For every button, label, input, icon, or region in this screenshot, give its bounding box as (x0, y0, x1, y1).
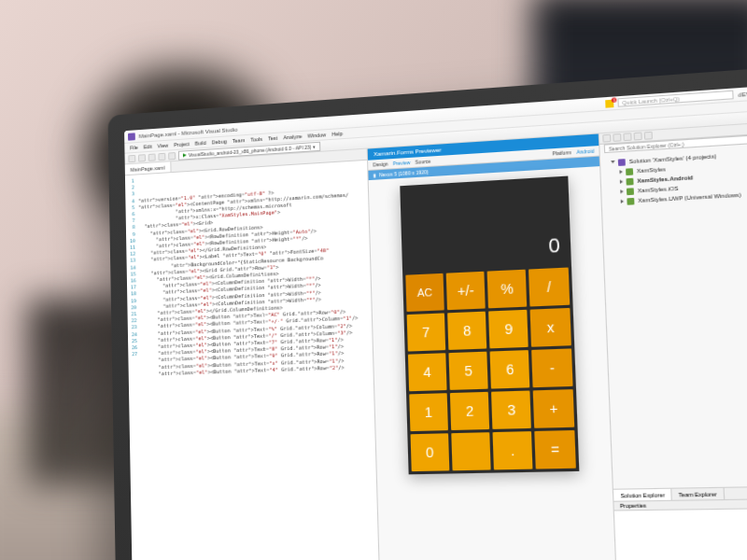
calc-key-0[interactable]: 0 (410, 433, 449, 471)
expand-icon (621, 189, 625, 193)
workspace: MainPage.xaml 12345678910111213141516171… (125, 120, 747, 560)
calc-key-6[interactable]: 6 (490, 350, 530, 389)
code-editor-pane: MainPage.xaml 12345678910111213141516171… (125, 149, 381, 560)
refresh-button[interactable] (613, 133, 622, 142)
tab-team-explorer[interactable]: Team Explorer (672, 488, 725, 500)
project-icon (627, 168, 634, 175)
calc-key-1[interactable]: 1 (409, 393, 448, 431)
calc-key-4[interactable]: 4 (408, 353, 447, 391)
calc-key-x[interactable]: x (530, 308, 571, 347)
calc-key-%[interactable]: % (487, 270, 528, 309)
phone-icon: ▮ (373, 170, 375, 179)
calc-key-=[interactable]: = (535, 430, 576, 469)
play-icon (183, 153, 187, 157)
properties-button[interactable] (644, 132, 653, 140)
previewer-pane: Xamarin.Forms Previewer Design Preview S… (368, 133, 618, 560)
collapse-button[interactable] (624, 133, 632, 141)
properties-panel: Properties (614, 497, 747, 560)
menu-edit[interactable]: Edit (144, 144, 152, 150)
calc-key-AC[interactable]: AC (405, 273, 444, 312)
chevron-down-icon: ▾ (313, 144, 316, 149)
project-icon (627, 188, 634, 195)
save-all-button[interactable] (158, 152, 165, 160)
tab-solution-explorer[interactable]: Solution Explorer (613, 489, 672, 501)
calc-key-9[interactable]: 9 (488, 310, 529, 349)
calculator-app: 0 AC+/-%/789x456-123+0.= (400, 176, 579, 475)
platform-dropdown[interactable]: Android (576, 147, 594, 154)
account-name[interactable]: dEVEgnostico Eyma (738, 88, 747, 98)
calc-key--[interactable]: - (532, 348, 573, 387)
previewer-tab-design[interactable]: Design (373, 161, 388, 167)
menu-debug[interactable]: Debug (212, 138, 227, 145)
save-button[interactable] (148, 153, 156, 161)
calc-key-5[interactable]: 5 (448, 352, 487, 390)
expand-icon (621, 200, 625, 203)
menu-window[interactable]: Window (307, 132, 326, 138)
previewer-tab-preview[interactable]: Preview (393, 160, 411, 166)
solution-tree: Solution 'XamStyles' (4 projects) XamSty… (600, 143, 747, 489)
calc-key-/[interactable]: / (529, 268, 569, 307)
previewer-tab-source[interactable]: Source (415, 159, 430, 165)
platform-label: Platform (552, 149, 571, 157)
visual-studio-icon (128, 133, 135, 140)
menu-test[interactable]: Test (268, 135, 277, 142)
properties-title: Properties (614, 499, 747, 511)
menu-analyze[interactable]: Analyze (283, 133, 302, 140)
menu-view[interactable]: View (158, 143, 169, 149)
notification-flag-icon[interactable] (605, 99, 613, 107)
menu-file[interactable]: File (130, 145, 138, 150)
home-button[interactable] (603, 134, 612, 143)
calc-key-7[interactable]: 7 (406, 313, 445, 351)
forward-button[interactable] (138, 154, 146, 161)
calculator-keypad: AC+/-%/789x456-123+0.= (402, 264, 579, 474)
calc-key-+[interactable]: + (533, 389, 574, 428)
calculator-display: 0 (400, 176, 571, 273)
calc-key-.[interactable]: . (493, 431, 533, 469)
menu-tools[interactable]: Tools (250, 136, 262, 143)
expand-icon (612, 160, 616, 165)
menu-project[interactable]: Project (174, 141, 190, 147)
menu-team[interactable]: Team (233, 137, 246, 144)
calc-key-3[interactable]: 3 (491, 390, 531, 428)
expand-icon (620, 170, 624, 174)
laptop-screen: MainPage.xaml - Microsoft Visual Studio … (124, 83, 747, 560)
undo-button[interactable] (168, 152, 176, 160)
laptop: MainPage.xaml - Microsoft Visual Studio … (107, 64, 747, 560)
calc-key-blank[interactable] (451, 432, 491, 470)
calc-key-+/-[interactable]: +/- (446, 272, 486, 310)
menu-help[interactable]: Help (331, 131, 343, 137)
show-all-button[interactable] (634, 132, 642, 140)
project-icon (627, 177, 634, 185)
solution-icon (618, 159, 626, 166)
calc-key-8[interactable]: 8 (447, 312, 486, 350)
project-icon (627, 197, 635, 204)
device-preview-frame: 0 AC+/-%/789x456-123+0.= (369, 166, 617, 560)
menu-build[interactable]: Build (195, 140, 206, 147)
solution-explorer-pane: Solution 'XamStyles' (4 projects) XamSty… (599, 120, 747, 560)
code-editor[interactable]: 1234567891011121314151617181920212223242… (125, 161, 379, 560)
back-button[interactable] (128, 154, 135, 161)
expand-icon (620, 179, 624, 183)
laptop-bezel: MainPage.xaml - Microsoft Visual Studio … (107, 64, 747, 560)
calc-key-2[interactable]: 2 (450, 392, 490, 430)
